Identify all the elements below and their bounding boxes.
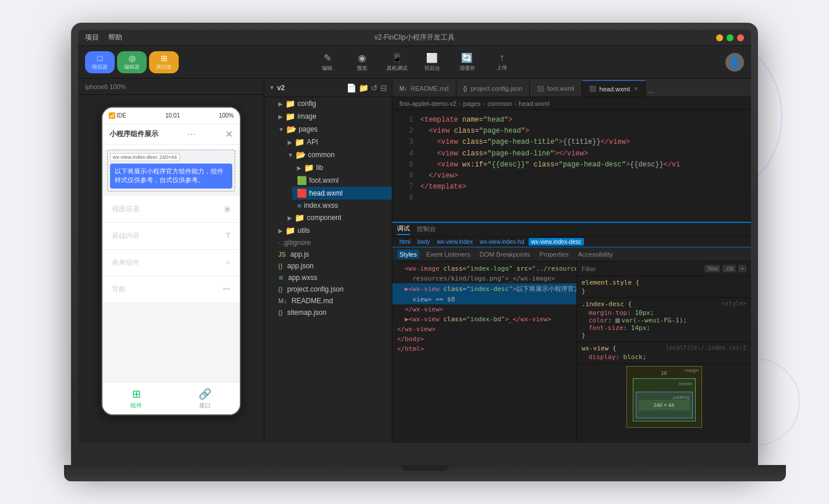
wx-bc-html[interactable]: html bbox=[397, 238, 413, 246]
tree-utils[interactable]: ▶ 📁 utils bbox=[274, 224, 392, 237]
preview-action[interactable]: ◉ 预览 bbox=[350, 52, 374, 72]
tree-app-js[interactable]: JS app.js bbox=[274, 249, 392, 260]
tree-common[interactable]: ▼ 📂 common bbox=[283, 148, 392, 161]
phone-nav-components-icon: ⊞ bbox=[132, 388, 141, 400]
breadcrumb-item-0[interactable]: fino-applet-demo-v2 bbox=[399, 100, 456, 107]
phone-nav-components[interactable]: ⊞ 组件 bbox=[130, 388, 142, 410]
dom-line-9[interactable]: </html> bbox=[392, 344, 576, 354]
dom-line-5[interactable]: </wx-view> bbox=[392, 304, 576, 314]
tab-readme-icon: M↓ bbox=[399, 86, 407, 92]
phone-section-views[interactable]: 视图容器 ▣ bbox=[102, 196, 240, 223]
collapse-action[interactable]: ⊟ bbox=[380, 83, 387, 93]
dom-line-6[interactable]: ▶<wx-view class="index-bd">_</wx-view> bbox=[392, 314, 576, 324]
line-content-7: </template> bbox=[420, 182, 746, 193]
close-button[interactable] bbox=[737, 34, 744, 41]
new-folder-action[interactable]: 📁 bbox=[359, 83, 369, 93]
tree-image[interactable]: ▶ 📁 image bbox=[274, 110, 392, 123]
dom-line-2[interactable]: resources/kind/logo.png">_</wx-image> bbox=[392, 274, 576, 283]
phone-title-close[interactable]: ✕ bbox=[225, 129, 233, 140]
js-file-icon: JS bbox=[278, 251, 286, 258]
clear-cache-action[interactable]: 🔄 清缓存 bbox=[455, 52, 479, 72]
styles-filter-input[interactable] bbox=[582, 265, 700, 272]
tree-app-json[interactable]: {} app.json bbox=[274, 260, 392, 272]
breadcrumb-item-2[interactable]: common bbox=[487, 100, 512, 107]
minimize-button[interactable] bbox=[716, 34, 723, 41]
element-tabs-bar: Styles Event Listeners DOM Breakpoints P… bbox=[392, 247, 751, 261]
tree-head-wxml[interactable]: 🟥 head.wxml bbox=[292, 187, 392, 200]
tree-sitemap[interactable]: {} sitemap.json bbox=[274, 307, 392, 318]
tree-app-wxss[interactable]: ≋ app.wxss bbox=[274, 272, 392, 283]
wx-bc-body[interactable]: body bbox=[415, 238, 433, 246]
filter-cls-btn[interactable]: .cls bbox=[722, 265, 736, 272]
breadcrumb-item-1[interactable]: pages bbox=[463, 100, 481, 107]
tree-readme[interactable]: M↓ README.md bbox=[274, 295, 392, 307]
elem-tab-dom-breakpoints[interactable]: DOM Breakpoints bbox=[477, 250, 533, 259]
tree-component[interactable]: ▶ 📁 component bbox=[283, 211, 392, 224]
line-content-1: <template name="head"> bbox=[420, 115, 746, 126]
folder-icon: 📁 bbox=[295, 213, 304, 222]
background-action[interactable]: ⬜ 切后台 bbox=[420, 52, 444, 72]
tab-head-wxml[interactable]: ⬛ head.wxml ✕ bbox=[582, 80, 646, 97]
edit-icon: ✎ bbox=[324, 52, 331, 63]
elem-tab-properties[interactable]: Properties bbox=[537, 250, 571, 259]
tree-gitignore[interactable]: · .gitignore bbox=[274, 237, 392, 249]
menu-help[interactable]: 帮助 bbox=[108, 33, 122, 42]
phone-title-more[interactable]: ··· bbox=[187, 129, 195, 140]
edit-action[interactable]: ✎ 编辑 bbox=[316, 52, 339, 72]
maximize-button[interactable] bbox=[727, 34, 734, 41]
tree-pages[interactable]: ▼ 📂 pages bbox=[274, 123, 392, 136]
phone-nav-api[interactable]: 🔗 接口 bbox=[199, 388, 211, 410]
wx-bc-index-hd[interactable]: wx-view.index-hd bbox=[477, 238, 526, 246]
tab-more-button[interactable]: ··· bbox=[646, 87, 657, 97]
dom-line-3[interactable]: ▶<wx-view class="index-desc">以下将展示小程序官方组… bbox=[392, 283, 576, 294]
styles-prop-font-size: font-size: 14px; bbox=[589, 324, 746, 332]
bottom-tab-console[interactable]: 控制台 bbox=[417, 225, 436, 235]
refresh-action[interactable]: ↺ bbox=[371, 83, 378, 93]
dom-line-7[interactable]: </wx-view> bbox=[392, 324, 576, 334]
device-debug-action[interactable]: 📱 真机调试 bbox=[385, 52, 409, 72]
filter-add-btn[interactable]: + bbox=[738, 265, 746, 272]
test-button[interactable]: ⊞ 测试签 bbox=[149, 51, 179, 73]
new-file-action[interactable]: 📄 bbox=[346, 83, 356, 93]
phone-section-form[interactable]: 表单组件 ≡ bbox=[102, 250, 240, 276]
tab-head-wxml-close[interactable]: ✕ bbox=[633, 86, 638, 92]
tree-foot-wxml[interactable]: 🟩 foot.wxml bbox=[292, 174, 392, 187]
tree-lib[interactable]: ▶ 📁 lib bbox=[292, 161, 392, 174]
breadcrumb-item-3[interactable]: head.wxml bbox=[519, 100, 550, 107]
phone-section-nav[interactable]: 导航 ••• bbox=[102, 276, 240, 303]
upload-action[interactable]: ↑ 上传 bbox=[490, 52, 513, 72]
tab-foot-wxml-icon: ⬛ bbox=[537, 86, 544, 92]
menu-project[interactable]: 项目 bbox=[85, 33, 99, 42]
user-avatar[interactable]: 👤 bbox=[725, 53, 744, 72]
editor-button[interactable]: ◎ 编辑器 bbox=[117, 51, 147, 73]
tree-config[interactable]: ▶ 📁 config bbox=[274, 97, 392, 110]
filter-hov-btn[interactable]: :hov bbox=[704, 265, 720, 272]
styles-source-wx-view[interactable]: localfile:/.index.css:2 bbox=[666, 345, 746, 351]
dom-view[interactable]: <wx-image class="index-logo" src="../res… bbox=[392, 261, 576, 443]
dom-line-4[interactable]: view> == $0 bbox=[392, 294, 576, 304]
code-editor[interactable]: 1 <template name="head"> 2 <view class="… bbox=[392, 110, 751, 222]
section-views-icon: ▣ bbox=[224, 205, 231, 213]
elem-tab-styles[interactable]: Styles bbox=[397, 250, 419, 259]
tree-index-wxss[interactable]: ≋ index.wxss bbox=[292, 200, 392, 211]
tab-foot-wxml[interactable]: ⬛ foot.wxml bbox=[530, 80, 582, 97]
wx-bc-index-desc[interactable]: wx-view.index-desc bbox=[529, 238, 583, 246]
styles-source-index-desc[interactable]: <style> bbox=[722, 300, 746, 307]
tree-project-config[interactable]: {} project.config.json bbox=[274, 283, 392, 295]
elem-tab-event-listeners[interactable]: Event Listeners bbox=[424, 250, 473, 259]
dom-line-1[interactable]: <wx-image class="index-logo" src="../res… bbox=[392, 264, 576, 274]
bottom-content: <wx-image class="index-logo" src="../res… bbox=[392, 261, 751, 443]
dom-line-8[interactable]: </body> bbox=[392, 334, 576, 344]
bottom-tab-debug[interactable]: 调试 bbox=[397, 224, 410, 235]
wx-bc-index[interactable]: wx-view.index bbox=[435, 238, 476, 246]
tree-api[interactable]: ▶ 📁 API bbox=[283, 136, 392, 148]
tab-project-config[interactable]: {} project.config.json bbox=[456, 80, 530, 97]
folder-open-icon: 📂 bbox=[286, 125, 296, 134]
phone-time: 10:01 bbox=[165, 112, 180, 119]
elem-tab-accessibility[interactable]: Accessibility bbox=[576, 250, 615, 259]
tree-component-chevron: ▶ bbox=[288, 215, 292, 221]
phone-section-basic[interactable]: 基础内容 T bbox=[102, 223, 240, 250]
tab-readme[interactable]: M↓ README.md bbox=[392, 80, 456, 97]
tree-api-chevron: ▶ bbox=[288, 139, 292, 145]
simulator-button[interactable]: □ 模拟器 bbox=[85, 51, 115, 73]
